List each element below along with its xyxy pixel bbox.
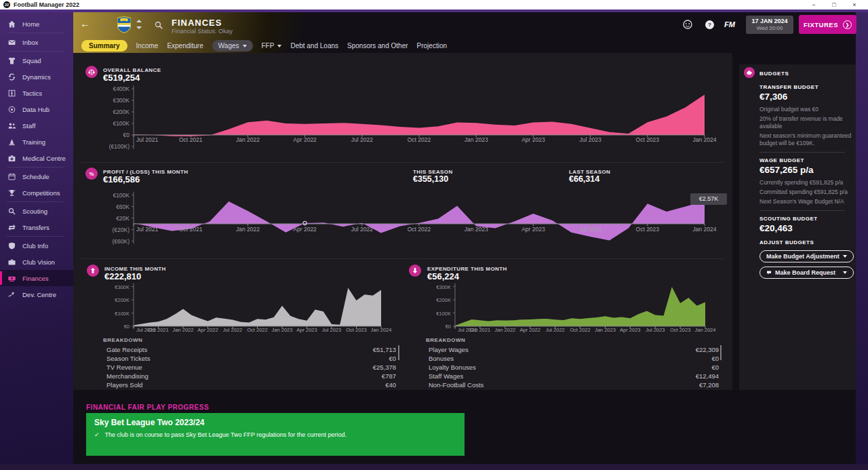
x-tick-label: Jan 2023 — [465, 226, 488, 233]
table-row[interactable]: TV Revenue€25,378 — [106, 364, 396, 372]
sidebar-item-inbox[interactable]: Inbox — [0, 34, 73, 50]
inbox-icon — [7, 38, 16, 47]
x-tick-label: Jan 2023 — [465, 136, 488, 143]
pitch-icon — [7, 89, 16, 98]
table-row[interactable]: Gate Receipts€51,713 — [106, 346, 396, 354]
x-tick-label: Oct 2023 — [636, 136, 660, 143]
sidebar-item-club-vision[interactable]: Club Vision — [0, 254, 73, 270]
row-label: Gate Receipts — [106, 346, 147, 354]
shirt-icon — [7, 56, 16, 65]
ffp-card-title: Sky Bet League Two 2023/24 — [94, 418, 456, 427]
profit-loss-chart[interactable]: €100K€60K€20K(€20K)(€60K)Jul 2021Oct 202… — [73, 187, 732, 250]
ffp-status-card: Sky Bet League Two 2023/24 ✓ The club is… — [86, 413, 465, 456]
x-tick-label: Jul 2023 — [580, 136, 601, 143]
row-value: €51,713 — [373, 346, 396, 354]
profit-loss-icon: % — [85, 168, 98, 180]
data-hub-icon — [7, 105, 16, 114]
tab-debt-and-loans[interactable]: Debt and Loans — [290, 40, 338, 52]
x-tick-label: Jan 2023 — [272, 327, 293, 333]
x-tick-label: Jan 2022 — [173, 327, 194, 333]
row-value: €0 — [711, 355, 719, 363]
make-board-request-dropdown[interactable]: Make Board Request — [760, 267, 854, 279]
table-row[interactable]: Loyalty Bonuses€0 — [429, 364, 719, 372]
close-button[interactable]: × — [846, 0, 863, 9]
overall-balance-area-series — [134, 95, 705, 137]
sidebar-item-data-hub[interactable]: Data Hub — [0, 101, 73, 117]
forward-button[interactable]: → — [97, 18, 107, 29]
sidebar-item-home[interactable]: Home — [0, 16, 73, 32]
tab-sponsors-and-other[interactable]: Sponsors and Other — [347, 40, 408, 52]
sidebar-item-training[interactable]: Training — [0, 134, 73, 150]
scouting-budget-label: SCOUTING BUDGET — [760, 216, 852, 222]
row-label: Non-Football Costs — [429, 381, 484, 389]
table-row[interactable]: Merchandising€787 — [106, 372, 396, 380]
ffp-card-text: The club is on course to pass Sky Bet Le… — [105, 431, 347, 438]
divider — [760, 152, 845, 153]
row-label: Merchandising — [106, 372, 149, 380]
x-tick-label: Jan 2024 — [693, 226, 717, 233]
dev-centre-icon — [7, 290, 16, 299]
y-tick-label: €60K — [116, 203, 130, 210]
sidebar-item-dev-centre[interactable]: Dev. Centre — [0, 286, 73, 302]
x-tick-label: Jul 2023 — [580, 226, 601, 233]
chevron-down-icon — [843, 271, 847, 274]
search-icon[interactable] — [154, 20, 163, 30]
table-row[interactable]: Player Wages€22,309 — [429, 346, 719, 354]
table-row[interactable]: Staff Wages€12,494 — [429, 372, 719, 380]
fm-logo: FM — [724, 20, 735, 28]
table-row[interactable]: Non-Football Costs€7,208 — [429, 381, 719, 389]
table-row[interactable]: Players Sold€40 — [106, 381, 396, 389]
tab-ffp[interactable]: FFP — [262, 40, 282, 52]
sidebar-item-transfers[interactable]: Transfers — [0, 219, 73, 235]
maximize-button[interactable]: □ — [826, 0, 842, 9]
row-value: €0 — [389, 355, 396, 363]
sidebar-item-medical-centre[interactable]: Medical Centre — [0, 150, 73, 166]
chevron-down-icon — [843, 255, 847, 258]
x-tick-label: Apr 2022 — [293, 136, 317, 143]
expenditure-chart[interactable]: €300K€200K€100K€0Jul 2021Oct 2021Jan 202… — [402, 279, 729, 336]
back-button[interactable]: ← — [80, 18, 90, 29]
sidebar-item-tactics[interactable]: Tactics — [0, 85, 73, 101]
sidebar-item-label: Club Vision — [22, 258, 55, 266]
sidebar-item-scouting[interactable]: Scouting — [0, 203, 73, 219]
tab-projection[interactable]: Projection — [417, 40, 447, 52]
scrollbar[interactable] — [720, 345, 722, 360]
table-row[interactable]: Season Tickets€0 — [106, 355, 396, 363]
expenditure-icon — [409, 265, 421, 277]
tab-wages[interactable]: Wages — [212, 40, 253, 52]
divider — [7, 33, 64, 33]
x-tick-label: Oct 2021 — [470, 327, 490, 333]
sidebar-item-dynamics[interactable]: Dynamics — [0, 68, 73, 85]
tab-summary[interactable]: Summary — [81, 40, 127, 52]
sidebar-item-squad[interactable]: Squad — [0, 52, 73, 68]
club-switch-down-icon[interactable] — [136, 26, 142, 29]
fixtures-button[interactable]: FIXTURES ❯ — [799, 15, 856, 34]
minimize-button[interactable]: − — [806, 0, 822, 9]
date-day: 17 JAN 2024 — [746, 18, 793, 25]
x-tick-label: Jul 2022 — [351, 136, 373, 143]
sidebar-item-schedule[interactable]: Schedule — [0, 168, 73, 184]
x-tick-label: Apr 2022 — [519, 327, 540, 333]
help-icon[interactable]: ? — [705, 20, 714, 29]
club-badge[interactable] — [117, 16, 131, 33]
scrollbar[interactable] — [398, 345, 399, 360]
y-tick-label: €0 — [124, 324, 130, 330]
tab-expenditure[interactable]: Expenditure — [167, 40, 203, 52]
sidebar-item-staff[interactable]: Staff — [0, 117, 73, 134]
svg-text:%: % — [90, 171, 94, 177]
club-switch-up-icon[interactable] — [136, 20, 142, 22]
x-tick-label: Jan 2022 — [236, 136, 260, 143]
sidebar-item-competitions[interactable]: Competitions — [0, 184, 73, 201]
income-chart[interactable]: €300K€200K€100K€0Jul 2021Oct 2021Jan 202… — [80, 279, 407, 336]
x-tick-label: Oct 2022 — [408, 136, 431, 143]
transfer-budget-label: TRANSFER BUDGET — [760, 84, 852, 90]
tab-income[interactable]: Income — [136, 40, 159, 52]
sidebar-item-finances[interactable]: Finances — [0, 270, 73, 286]
expenditure-breakdown-title: BREAKDOWN — [426, 337, 465, 343]
y-tick-label: €300K — [115, 284, 130, 290]
table-row[interactable]: Bonuses€0 — [429, 355, 719, 363]
assistant-icon[interactable] — [682, 19, 693, 30]
sidebar-item-club-info[interactable]: Club Info — [0, 237, 73, 254]
make-budget-adjustment-dropdown[interactable]: Make Budget Adjustment — [760, 250, 854, 262]
overall-balance-chart[interactable]: €400K€300K€200K€100K€0(€100K)Jul 2021Oct… — [73, 80, 732, 151]
